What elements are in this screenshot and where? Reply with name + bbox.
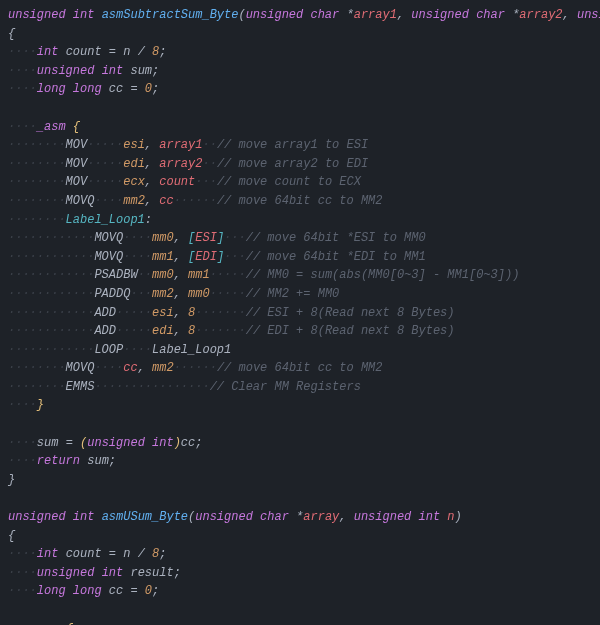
decl-cc: ····long long cc = 0; xyxy=(8,80,592,99)
asm-add-esi: ············ADD·····esi, 8·······// ESI … xyxy=(8,304,592,323)
asm-movq-mm2: ········MOVQ····mm2, cc······// move 64b… xyxy=(8,192,592,211)
decl-result: ····unsigned int result; xyxy=(8,564,592,583)
asm-close: ····} xyxy=(8,396,592,415)
assign-sum: ····sum = (unsigned int)cc; xyxy=(8,434,592,453)
brace-close: } xyxy=(8,471,592,490)
decl-count-2: ····int count = n / 8; xyxy=(8,545,592,564)
asm-mov-ecx: ········MOV·····ecx, count···// move cou… xyxy=(8,173,592,192)
brace-open: { xyxy=(8,25,592,44)
decl-cc-2: ····long long cc = 0; xyxy=(8,582,592,601)
asm-mov-esi: ········MOV·····esi, array1··// move arr… xyxy=(8,136,592,155)
asm-open: ····_asm { xyxy=(8,118,592,137)
asm-mov-edi: ········MOV·····edi, array2··// move arr… xyxy=(8,155,592,174)
asm-movq-mm0: ············MOVQ····mm0, [ESI]···// move… xyxy=(8,229,592,248)
asm-add-edi: ············ADD·····edi, 8·······// EDI … xyxy=(8,322,592,341)
asm-movq-mm1: ············MOVQ····mm1, [EDI]···// move… xyxy=(8,248,592,267)
code-editor: unsigned int asmSubtractSum_Byte(unsigne… xyxy=(8,6,592,625)
return-sum: ····return sum; xyxy=(8,452,592,471)
asm-label1: ········Label_Loop1: xyxy=(8,211,592,230)
brace-open-2: { xyxy=(8,527,592,546)
asm-psadbw: ············PSADBW··mm0, mm1·····// MM0 … xyxy=(8,266,592,285)
asm-paddq: ············PADDQ···mm2, mm0·····// MM2 … xyxy=(8,285,592,304)
decl-count: ····int count = n / 8; xyxy=(8,43,592,62)
asm-emms: ········EMMS················// Clear MM … xyxy=(8,378,592,397)
fn1-sig: unsigned int asmSubtractSum_Byte(unsigne… xyxy=(8,6,592,25)
fn2-sig: unsigned int asmUSum_Byte(unsigned char … xyxy=(8,508,592,527)
asm-movq-cc: ········MOVQ····cc, mm2······// move 64b… xyxy=(8,359,592,378)
asm-loop: ············LOOP····Label_Loop1 xyxy=(8,341,592,360)
decl-sum: ····unsigned int sum; xyxy=(8,62,592,81)
asm-open-2: ····_asm{ xyxy=(8,620,592,625)
